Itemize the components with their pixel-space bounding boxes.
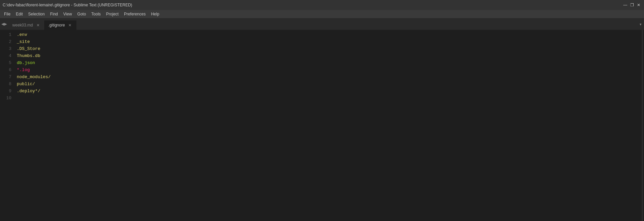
line-number-8: 8: [0, 80, 11, 88]
tab-bar: ◀▶ week03.md ✕ .gitignore ✕ ▾: [0, 18, 644, 30]
code-line-5: db.json: [17, 59, 641, 66]
code-line-4: Thumbs.db: [17, 52, 641, 59]
title-text: C:\dev-fabac\florent-lemaire\.gitignore …: [3, 3, 132, 7]
close-button[interactable]: ✕: [636, 2, 641, 8]
line-number-10: 10: [0, 95, 11, 102]
minimize-button[interactable]: —: [623, 2, 628, 8]
menu-item-selection[interactable]: Selection: [25, 10, 47, 18]
code-line-2: _site: [17, 38, 641, 45]
menu-bar: FileEditSelectionFindViewGotoToolsProjec…: [0, 10, 644, 18]
menu-item-file[interactable]: File: [1, 10, 13, 18]
tab-nav-left[interactable]: ◀▶: [0, 18, 8, 30]
line-number-7: 7: [0, 73, 11, 80]
line-number-1: 1: [0, 31, 11, 38]
line-number-3: 3: [0, 45, 11, 52]
tab-label-gitignore: .gitignore: [48, 23, 65, 27]
maximize-button[interactable]: ❐: [629, 2, 635, 8]
code-line-7: node_modules/: [17, 73, 641, 80]
menu-item-view[interactable]: View: [61, 10, 75, 18]
line-number-9: 9: [0, 88, 11, 95]
code-line-9: .deploy*/: [17, 88, 641, 95]
menu-item-goto[interactable]: Goto: [75, 10, 89, 18]
title-bar: C:\dev-fabac\florent-lemaire\.gitignore …: [0, 0, 644, 10]
line-number-6: 6: [0, 66, 11, 73]
minimap-area: [641, 30, 644, 221]
code-content[interactable]: .env_site.DS_StoreThumbs.dbdb.json*.logn…: [14, 30, 641, 221]
tab-close-week03[interactable]: ✕: [36, 23, 40, 27]
line-number-2: 2: [0, 38, 11, 45]
code-line-10: [17, 95, 641, 102]
code-line-8: public/: [17, 80, 641, 88]
menu-item-find[interactable]: Find: [47, 10, 60, 18]
code-line-3: .DS_Store: [17, 45, 641, 52]
code-line-1: .env: [17, 31, 641, 38]
tab-week03[interactable]: week03.md ✕: [8, 20, 44, 30]
menu-item-preferences[interactable]: Preferences: [121, 10, 148, 18]
menu-item-tools[interactable]: Tools: [89, 10, 104, 18]
editor: 12345678910 .env_site.DS_StoreThumbs.dbd…: [0, 30, 644, 221]
window-controls: — ❐ ✕: [623, 2, 641, 8]
tab-dropdown-button[interactable]: ▾: [639, 21, 642, 27]
tab-label-week03: week03.md: [12, 23, 33, 27]
tab-close-gitignore[interactable]: ✕: [68, 23, 72, 27]
line-number-4: 4: [0, 52, 11, 59]
line-numbers: 12345678910: [0, 30, 14, 221]
menu-item-edit[interactable]: Edit: [13, 10, 25, 18]
menu-item-help[interactable]: Help: [148, 10, 162, 18]
line-number-5: 5: [0, 59, 11, 66]
menu-item-project[interactable]: Project: [104, 10, 121, 18]
code-line-6: *.log: [17, 66, 641, 73]
scrollbar-track: [642, 30, 643, 221]
tab-gitignore[interactable]: .gitignore ✕: [44, 20, 76, 30]
